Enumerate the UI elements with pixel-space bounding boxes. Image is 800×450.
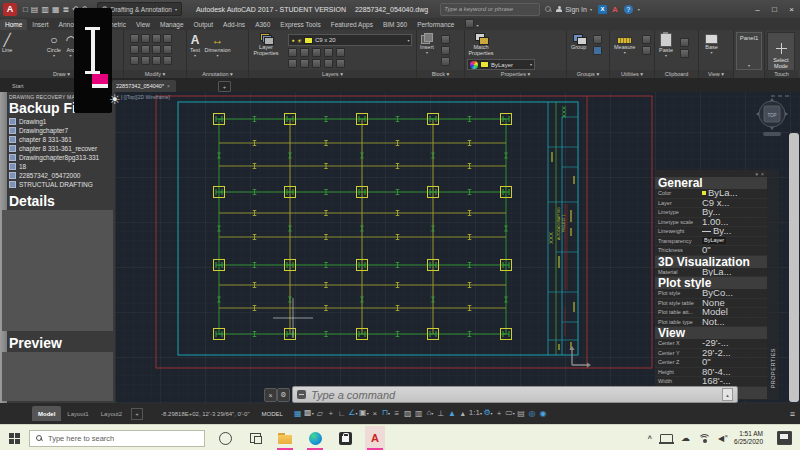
graphics-performance-icon[interactable]: ◉ xyxy=(538,409,548,419)
taskbar-search-input[interactable]: Type here to search xyxy=(29,430,205,447)
fillet-tool-icon[interactable] xyxy=(152,45,161,54)
ungroup-icon[interactable] xyxy=(593,35,602,44)
sign-in-button[interactable]: Sign In ▾ xyxy=(556,6,592,13)
explode-tool-icon[interactable] xyxy=(163,45,172,54)
file-explorer-button[interactable] xyxy=(275,426,295,450)
tab-bim-360[interactable]: BIM 360 xyxy=(378,19,412,30)
autodesk-app-store-icon[interactable]: A xyxy=(612,5,618,14)
new-drawing-tab-button[interactable]: + xyxy=(218,81,231,92)
plot-icon[interactable]: ≣ xyxy=(63,5,70,14)
section-plot-style[interactable]: Plot style xyxy=(655,277,767,289)
preview-header[interactable]: Preview xyxy=(9,335,62,351)
annotation-monitor-icon[interactable]: + xyxy=(494,409,504,419)
viewcube[interactable]: TOP xyxy=(756,98,788,136)
close-icon[interactable]: × xyxy=(167,83,170,89)
save-as-icon[interactable]: ▦ xyxy=(52,5,60,14)
layer-unlock-icon[interactable] xyxy=(324,59,333,68)
units-icon[interactable]: ▭▾ xyxy=(505,408,515,419)
properties-panel-label[interactable]: Properties ▾ xyxy=(465,70,566,78)
utilities-panel-label[interactable]: Utilities ▾ xyxy=(610,70,654,78)
3d-object-snap-icon[interactable]: ⌂▾ xyxy=(425,408,435,419)
section-3d-visualization[interactable]: 3D Visualization xyxy=(655,256,767,268)
group-edit-icon[interactable] xyxy=(593,46,602,55)
layer-lock-icon[interactable] xyxy=(324,48,333,57)
annotation-visibility-icon[interactable]: ▲ xyxy=(447,409,457,419)
touch-panel-label[interactable]: Touch xyxy=(765,70,798,78)
layer-dropdown[interactable]: ● ☀ C9 x 20 ▾ xyxy=(288,34,412,46)
offset-tool-icon[interactable] xyxy=(163,56,172,65)
block-attributes-icon[interactable] xyxy=(441,57,450,66)
viewport-controls[interactable]: [-][Top][2D Wireframe] xyxy=(121,94,170,100)
tab-home[interactable]: Home xyxy=(0,19,27,30)
a360-icon[interactable]: X xyxy=(598,5,607,14)
ribbon-options-icon[interactable] xyxy=(465,19,474,28)
edge-button[interactable] xyxy=(305,426,325,450)
edit-block-icon[interactable] xyxy=(441,46,450,55)
file-tab-active[interactable]: 22857342_054040* × xyxy=(112,80,176,92)
transparency-display-icon[interactable]: ▨ xyxy=(403,409,413,419)
trim-tool-icon[interactable] xyxy=(152,34,161,43)
dynamic-ucs-icon[interactable]: ⊥ xyxy=(436,409,446,419)
layer-on-icon[interactable] xyxy=(288,59,297,68)
erase-tool-icon[interactable] xyxy=(163,34,172,43)
layer-isolate-icon[interactable] xyxy=(300,48,309,57)
selection-cycling-icon[interactable]: ▥ xyxy=(414,409,424,419)
stretch-tool-icon[interactable] xyxy=(130,56,139,65)
tab-a360[interactable]: A360 xyxy=(250,19,275,30)
palette-side-bar[interactable]: PROPERTIES xyxy=(767,170,779,400)
infer-constraints-icon[interactable]: ▱ xyxy=(315,409,325,419)
rotate-tool-icon[interactable] xyxy=(141,34,150,43)
lineweight-display-icon[interactable]: ≡ xyxy=(392,409,402,419)
customization-menu-icon[interactable]: ≡ xyxy=(790,409,795,419)
object-snap-tracking-icon[interactable]: × xyxy=(370,409,380,419)
view-panel-label[interactable]: View ▾ xyxy=(699,70,733,78)
file-tab-start[interactable]: Start xyxy=(8,80,68,92)
tab-output[interactable]: Output xyxy=(189,19,219,30)
tree-item[interactable]: STRUCTUAL DRAFTING xyxy=(9,180,99,189)
isometric-drafting-icon[interactable]: ▣▾ xyxy=(359,408,369,419)
model-space-button[interactable]: MODEL xyxy=(258,409,287,419)
layer-previous-icon[interactable] xyxy=(336,59,345,68)
match-properties-button[interactable]: Match Properties xyxy=(467,30,495,56)
palette-scrollbar[interactable] xyxy=(789,133,799,402)
clipboard-panel-label[interactable]: Clipboard xyxy=(655,70,698,78)
onedrive-cloud-icon[interactable]: ☁ xyxy=(681,433,690,443)
quick-select-icon[interactable] xyxy=(642,35,651,44)
copy-tool-icon[interactable] xyxy=(130,45,139,54)
properties-palette-tab[interactable]: PROPERTIES xyxy=(770,348,776,388)
polar-tracking-icon[interactable]: ∠▾ xyxy=(348,408,358,419)
mirror-tool-icon[interactable] xyxy=(141,45,150,54)
measure-button[interactable]: Measure▾ xyxy=(614,34,635,56)
tab-view[interactable]: View xyxy=(131,19,155,30)
autocad-taskbar-button[interactable]: A xyxy=(365,426,385,450)
maximize-button[interactable]: □ xyxy=(766,0,783,18)
tab-model[interactable]: Model xyxy=(32,406,61,421)
move-tool-icon[interactable] xyxy=(130,34,139,43)
annotation-panel-label[interactable]: Annotation ▾ xyxy=(187,70,248,78)
layer-freeze-icon[interactable] xyxy=(312,48,321,57)
annotation-scale-icon[interactable]: 1:1▾ xyxy=(469,408,482,419)
groups-panel-label[interactable]: Groups ▾ xyxy=(567,70,609,78)
insert-button[interactable]: Insert▾ xyxy=(420,30,434,56)
recent-commands-button[interactable]: ▴ xyxy=(722,388,733,401)
dimension-button[interactable]: ↔ Dimension▾ xyxy=(205,31,231,59)
store-button[interactable] xyxy=(335,426,355,450)
tab-featured-apps[interactable]: Featured Apps xyxy=(326,19,378,30)
layer-off-icon[interactable] xyxy=(288,48,297,57)
details-header[interactable]: Details xyxy=(9,193,55,209)
group-button[interactable]: Group xyxy=(571,30,586,50)
section-view[interactable]: View xyxy=(655,327,767,339)
quick-properties-icon[interactable]: ▤ xyxy=(516,409,526,419)
tree-item[interactable]: chapter 8 331-361_recover xyxy=(9,144,99,153)
tab-insert[interactable]: Insert xyxy=(27,19,53,30)
layer-properties-button[interactable]: Layer Properties xyxy=(251,30,281,56)
battery-icon[interactable] xyxy=(660,434,673,443)
point-icon[interactable] xyxy=(642,46,651,55)
help-icon[interactable]: ? xyxy=(624,5,633,14)
create-block-icon[interactable] xyxy=(441,35,450,44)
scale-tool-icon[interactable] xyxy=(141,56,150,65)
chevron-down-icon[interactable]: ▾ xyxy=(638,7,640,12)
circle-button[interactable]: ○ Circle▾ xyxy=(47,31,61,59)
modify-panel-label[interactable]: Modify ▾ xyxy=(124,70,186,78)
new-layout-button[interactable]: + xyxy=(131,408,143,420)
